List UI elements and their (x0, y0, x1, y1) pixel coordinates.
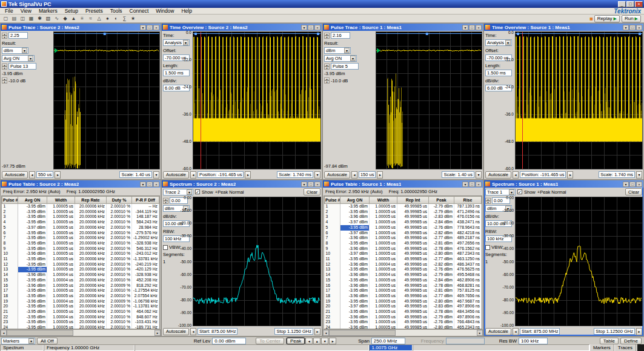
table-button[interactable]: Table (600, 338, 619, 344)
menu-item-tools[interactable]: Tools (107, 8, 126, 14)
column-header[interactable]: Pulse # (2, 197, 18, 204)
pulse-select-field[interactable]: Pulse 13 (8, 63, 36, 70)
table-row[interactable]: 5-3.97 dBm1.00005 us20.00006 kHz2.00010 … (2, 225, 159, 231)
table-row[interactable]: 17-3.95 dBm1.00005 us20.00006 kHz2.00010… (2, 288, 159, 294)
dbdiv-field[interactable]: 10.00 dB (163, 220, 190, 227)
table-row[interactable]: 24-3.96 dBm1.00005 us49.99985 us-2.80 dB… (325, 325, 482, 329)
table-row[interactable]: 7-3.96 dBm1.00005 us49.99986 us-2.77 dBm… (325, 235, 482, 241)
scale-field[interactable]: Scale: 1.740 ms (277, 171, 313, 178)
stop-freq-field[interactable]: Stop 1.12500 GHz (594, 328, 635, 335)
scrollbar-thumb[interactable] (329, 330, 396, 336)
table-row[interactable]: 11-3.95 dBm1.00005 us20.00006 kHz2.00010… (2, 257, 159, 262)
table-row[interactable]: 15-3.95 dBm1.00004 us20.00006 kHz2.00010… (2, 278, 159, 283)
table-row[interactable]: 16-3.96 dBm1.00005 us49.99985 us-2.78 dB… (325, 283, 482, 289)
pan-right-button[interactable]: ▸ (245, 171, 251, 179)
position-field[interactable]: Position: -191.465 us (520, 171, 566, 178)
pan-left-button[interactable]: ◂ (29, 171, 35, 179)
table-row[interactable]: 10-3.96 dBm1.00005 us20.00006 kHz2.00010… (2, 251, 159, 257)
menu-item-presets[interactable]: Presets (82, 8, 107, 14)
stop-freq-field[interactable]: Stop 1.1250 GHz (274, 328, 313, 335)
pause-icon[interactable]: ▮▮ (589, 16, 593, 21)
resize-grip[interactable] (637, 344, 644, 351)
autoscale-button[interactable]: Autoscale (324, 171, 350, 179)
autoscale-button[interactable]: Autoscale (163, 328, 189, 335)
panel-close-icon[interactable]: × (314, 25, 320, 30)
amplitude-icon[interactable]: ≡ (78, 15, 86, 22)
rbw-field[interactable]: 100 kHz (485, 235, 512, 242)
settings-gear-icon[interactable]: ✱ (36, 15, 44, 22)
marker-stepper[interactable]: ▴▾ (2, 33, 7, 39)
pulse-trace-plot[interactable] (376, 31, 482, 169)
panel-titlebar[interactable]: Pulse Trace : Source 2 : Meas2 ▾□× (1, 24, 161, 31)
table-row[interactable]: 4-3.97 dBm1.00005 us49.99985 us-2.84 dBm… (325, 220, 482, 225)
marker-value-field[interactable]: 2.25 (8, 32, 28, 39)
table-row[interactable]: 3-3.95 dBm1.00005 us20.00006 kHz2.00010 … (2, 214, 159, 220)
panel-titlebar[interactable]: Time Overview : Source 1 : Meas1 ▾□× (484, 24, 643, 31)
scroll-right-icon[interactable]: ▸ (477, 330, 483, 336)
panel-titlebar[interactable]: Pulse Table : Source 2 : Meas2 ▾□× (1, 180, 161, 188)
status-traces-button[interactable]: Traces (614, 344, 636, 351)
panel-maximize-icon[interactable]: □ (308, 25, 314, 30)
panel-collapse-icon[interactable]: ▾ (140, 182, 146, 187)
dbdiv-field[interactable]: 6.00 dB (163, 85, 190, 91)
table-row[interactable]: 1-3.95 dBm1.00005 us49.99985 us-2.79 dBm… (325, 204, 482, 209)
horizontal-scrollbar[interactable]: ◂ ▸ (1, 329, 161, 336)
trace-dropdown[interactable]: Trace 2▾ (163, 189, 193, 195)
time-overview-plot[interactable] (515, 31, 643, 169)
math-icon[interactable]: ∑ (121, 15, 128, 22)
ref-lev-field[interactable]: 0.00 dBm (212, 338, 246, 344)
table-row[interactable]: 12-3.96 dBm1.00004 us49.99986 us-2.82 dB… (325, 262, 482, 267)
table-row[interactable]: 13-3.95 dBm1.00005 us20.00006 kHz2.00010… (2, 267, 159, 272)
result-type-dropdown[interactable]: Avg ON▾ (2, 55, 35, 62)
column-header[interactable]: Avg ON (18, 197, 47, 204)
all-off-button[interactable]: All Off (37, 338, 58, 344)
marker-stepper[interactable]: ▴▾ (324, 33, 330, 39)
table-row[interactable]: 18-3.95 dBm1.00005 us20.00006 kHz2.00010… (2, 294, 159, 299)
pulse-stepper[interactable]: ▴▾ (2, 64, 7, 70)
table-row[interactable]: 11-3.95 dBm1.00005 us49.99985 us-2.77 dB… (325, 257, 482, 262)
table-row[interactable]: 18-3.96 dBm1.00005 us49.99986 us-2.77 dB… (325, 294, 482, 299)
vbw-checkbox[interactable] (485, 245, 490, 250)
status-markers-button[interactable]: Markers (589, 344, 614, 351)
pan-right-button[interactable]: ▸ (567, 171, 573, 179)
table-row[interactable]: 5-3.95 dBm1.00005 us49.99985 us-2.76 dBm… (325, 225, 482, 231)
scale-dropdown-icon[interactable]: ▾ (636, 171, 642, 179)
scale-dropdown-icon[interactable]: ▾ (314, 171, 320, 179)
panel-close-icon[interactable]: × (153, 25, 159, 30)
table-row[interactable]: 12-3.95 dBm1.00005 us20.00006 kHz2.00010… (2, 262, 159, 267)
pan-right-button[interactable]: ▸ (55, 171, 61, 179)
panel-maximize-icon[interactable]: □ (147, 25, 153, 30)
panel-maximize-icon[interactable]: □ (469, 182, 475, 187)
panel-maximize-icon[interactable]: □ (629, 182, 636, 187)
dbdiv-field[interactable]: 6.00 dB (485, 85, 512, 91)
panel-collapse-icon[interactable]: ▾ (301, 182, 307, 187)
panel-collapse-icon[interactable]: ▾ (462, 25, 468, 30)
panel-close-icon[interactable]: × (314, 182, 320, 187)
scrollbar-track[interactable] (7, 330, 154, 336)
offset-field[interactable]: -70.000 us (485, 54, 512, 61)
ref-level-stepper[interactable]: ▴▾ (485, 198, 491, 204)
column-header[interactable]: Rep Int (397, 197, 429, 204)
autoscale-button[interactable]: Autoscale (2, 171, 28, 179)
replay-button[interactable]: Replay▶ (594, 15, 620, 22)
app-titlebar[interactable]: Tek SignalVu PC _ □ × (0, 0, 644, 8)
start-freq-field[interactable]: Start: 875.00 MHz (198, 328, 237, 335)
show-checkbox[interactable]: ✓ (517, 189, 522, 194)
dbdiv-field[interactable]: 10.00 dB (485, 220, 512, 227)
open-folder-icon[interactable]: ▤ (10, 15, 18, 22)
table-row[interactable]: 9-3.96 dBm1.00005 us49.99985 us-2.78 dBm… (325, 246, 482, 252)
pulse-trace-plot[interactable] (53, 31, 160, 169)
table-row[interactable]: 20-3.97 dBm1.00005 us49.99985 us-2.83 dB… (325, 304, 482, 309)
table-row[interactable]: 13-3.95 dBm1.00005 us49.99985 us-2.76 dB… (325, 267, 482, 272)
panel-collapse-icon[interactable]: ▾ (623, 182, 629, 187)
result-units-dropdown[interactable]: dBm▾ (324, 47, 351, 54)
panel-close-icon[interactable]: × (476, 182, 482, 187)
signal-trace-icon[interactable]: ∿ (53, 15, 61, 22)
analysis-time-icon[interactable]: ◐ (112, 15, 120, 22)
panel-maximize-icon[interactable]: □ (147, 182, 153, 187)
table-row[interactable]: 2-3.95 dBm1.00005 us49.99985 us-2.79 dBm… (325, 209, 482, 215)
length-field[interactable]: 1.500 ms (485, 70, 512, 76)
panel-titlebar[interactable]: Time Overview : Source 2 : Meas2 ▾□× (162, 24, 322, 31)
markers-icon[interactable]: ◆ (61, 15, 69, 22)
table-row[interactable]: 4-3.95 dBm1.00005 us20.00006 kHz2.00010 … (2, 220, 159, 225)
